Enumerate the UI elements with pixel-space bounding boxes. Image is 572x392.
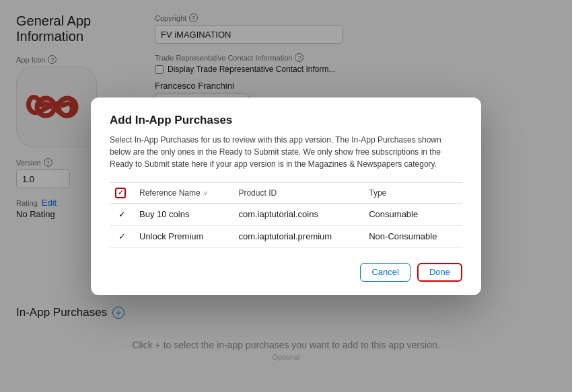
row-type-1: Non-Consumable <box>363 225 462 247</box>
row-checkbox-1[interactable]: ✓ <box>116 231 127 242</box>
done-button[interactable]: Done <box>417 263 462 282</box>
table-row: ✓ Buy 10 coins com.iaptutorial.coins Con… <box>110 203 462 225</box>
purchases-table: ✓ Reference Name ∨ Product ID Type <box>110 182 462 248</box>
purchases-tbody: ✓ Buy 10 coins com.iaptutorial.coins Con… <box>110 203 462 247</box>
header-checkbox-box[interactable]: ✓ <box>115 188 126 198</box>
table-header-row: ✓ Reference Name ∨ Product ID Type <box>110 182 462 203</box>
row-checkbox-cell: ✓ <box>110 203 134 225</box>
cancel-button[interactable]: Cancel <box>360 263 410 282</box>
modal-overlay: Add In-App Purchases Select In-App Purch… <box>0 0 572 392</box>
row-product-id-1: com.iaptutorial.premium <box>233 225 363 247</box>
row-product-id-0: com.iaptutorial.coins <box>233 203 363 225</box>
th-reference-name: Reference Name ∨ <box>134 182 233 203</box>
row-reference-name-1: Unlock Premium <box>134 225 233 247</box>
row-checkbox-cell: ✓ <box>110 225 134 247</box>
modal-footer: Cancel Done <box>110 260 462 282</box>
row-checkbox-0[interactable]: ✓ <box>116 209 127 220</box>
row-reference-name-0: Buy 10 coins <box>134 203 233 225</box>
modal-title: Add In-App Purchases <box>110 114 462 127</box>
page-background: General App Information App Icon ? <box>0 0 572 392</box>
modal-description: Select In-App Purchases for us to review… <box>110 134 462 170</box>
table-row: ✓ Unlock Premium com.iaptutorial.premium… <box>110 225 462 247</box>
sort-arrow-icon: ∨ <box>203 190 208 196</box>
th-checkbox: ✓ <box>110 182 134 203</box>
row-type-0: Consumable <box>363 203 462 225</box>
modal: Add In-App Purchases Select In-App Purch… <box>91 97 481 295</box>
th-type: Type <box>363 182 462 203</box>
th-product-id: Product ID <box>233 182 363 203</box>
